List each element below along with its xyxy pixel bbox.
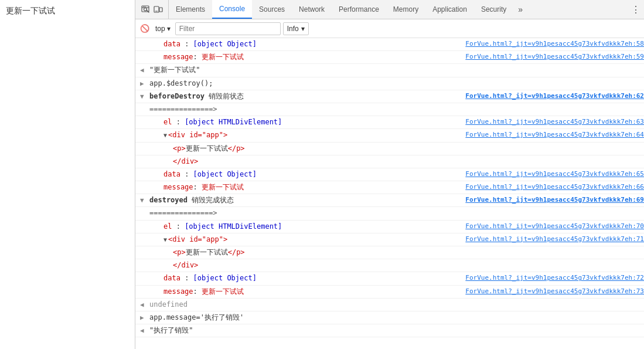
console-toolbar: 🚫 top ▾ Info ▾ bbox=[135, 19, 644, 38]
line-prefix bbox=[140, 39, 149, 39]
svg-point-3 bbox=[145, 6, 146, 8]
console-line: el : [object HTMLDivElement]ForVue.html?… bbox=[135, 116, 644, 129]
code-span: "执行了销毁" bbox=[149, 326, 193, 334]
code-span: data bbox=[163, 170, 180, 178]
clear-console-button[interactable]: 🚫 bbox=[139, 23, 151, 35]
tab-overflow-button[interactable]: » bbox=[513, 0, 527, 19]
line-prefix bbox=[140, 143, 149, 144]
line-prefix bbox=[140, 117, 149, 117]
tab-network[interactable]: Network bbox=[292, 0, 332, 19]
code-span: <div id="app"> bbox=[168, 131, 227, 139]
tab-performance[interactable]: Performance bbox=[332, 0, 386, 19]
tab-application[interactable]: Application bbox=[425, 0, 474, 19]
console-line: el : [object HTMLDivElement]ForVue.html?… bbox=[135, 221, 644, 233]
line-prefix bbox=[140, 156, 149, 157]
context-selector[interactable]: top ▾ bbox=[153, 23, 173, 34]
line-prefix bbox=[140, 247, 149, 248]
tabs-container: Elements Console Sources Network Perform… bbox=[169, 0, 628, 19]
console-line: data : [object Object]ForVue.html?_ijt=v… bbox=[135, 168, 644, 181]
source-link[interactable]: ForVue.html?_ijt=v9h1pesacc45g73vkfvdkkk… bbox=[461, 182, 644, 192]
line-content: message: 更新一下试试 bbox=[149, 182, 461, 193]
tab-console[interactable]: Console bbox=[212, 0, 252, 19]
console-line: data : [object Object]ForVue.html?_ijt=v… bbox=[135, 38, 644, 51]
source-link[interactable]: ForVue.html?_ijt=v9h1pesacc45g73vkfvdkkk… bbox=[461, 234, 644, 245]
source-link[interactable]: ForVue.html?_ijt=v9h1pesacc45g73vkfvdkkk… bbox=[461, 130, 644, 140]
line-content: app.$destroy(); bbox=[149, 78, 644, 89]
line-content: ▼<div id="app"> bbox=[149, 234, 461, 245]
code-span: beforeDestroy bbox=[149, 92, 209, 100]
console-line: message: 更新一下试试ForVue.html?_ijt=v9h1pesa… bbox=[135, 51, 644, 64]
line-content: data : [object Object] bbox=[149, 169, 461, 180]
code-span: 更新一下试试 bbox=[186, 248, 228, 256]
svg-rect-6 bbox=[159, 8, 162, 12]
line-prefix[interactable]: ◀ bbox=[140, 299, 149, 310]
code-span: destroyed bbox=[149, 196, 192, 204]
code-span: : bbox=[172, 222, 185, 231]
device-icon[interactable] bbox=[152, 3, 165, 16]
console-line: message: 更新一下试试ForVue.html?_ijt=v9h1pesa… bbox=[135, 181, 644, 194]
code-span: 更新一下试试 bbox=[202, 287, 244, 296]
filter-input[interactable] bbox=[175, 22, 281, 35]
console-line: data : [object Object]ForVue.html?_ijt=v… bbox=[135, 272, 644, 285]
code-span: [object Object] bbox=[193, 40, 257, 48]
console-line: ▼beforeDestroy 销毁前状态ForVue.html?_ijt=v9h… bbox=[135, 90, 644, 103]
console-line: ▼<div id="app">ForVue.html?_ijt=v9h1pesa… bbox=[135, 129, 644, 142]
source-link[interactable]: ForVue.html?_ijt=v9h1pesacc45g73vkfvdkkk… bbox=[461, 286, 644, 297]
line-prefix[interactable]: ◀ bbox=[140, 65, 149, 76]
code-span: 更新一下试试 bbox=[186, 144, 228, 153]
code-span: : bbox=[193, 183, 202, 191]
line-prefix[interactable]: ▼ bbox=[140, 91, 149, 102]
console-line: ▼<div id="app">ForVue.html?_ijt=v9h1pesa… bbox=[135, 233, 644, 246]
tab-bar: Elements Console Sources Network Perform… bbox=[135, 0, 644, 19]
log-level-selector[interactable]: Info ▾ bbox=[283, 22, 309, 35]
console-output: data : [object Object]ForVue.html?_ijt=v… bbox=[135, 38, 644, 349]
code-span: [object HTMLDivElement] bbox=[185, 118, 282, 126]
source-link[interactable]: ForVue.html?_ijt=v9h1pesacc45g73vkfvdkkk… bbox=[461, 39, 644, 49]
line-content: destroyed 销毁完成状态 bbox=[149, 195, 461, 206]
source-link[interactable]: ForVue.html?_ijt=v9h1pesacc45g73vkfvdkkk… bbox=[461, 52, 644, 62]
inspect-icon[interactable] bbox=[139, 3, 152, 16]
code-span: ===============> bbox=[149, 105, 217, 113]
code-span: message bbox=[163, 287, 193, 296]
tab-bar-icons bbox=[135, 0, 169, 19]
code-span: el bbox=[163, 222, 172, 231]
line-prefix[interactable]: ◀ bbox=[140, 325, 149, 336]
code-span: "更新一下试试" bbox=[149, 66, 200, 74]
source-link[interactable]: ForVue.html?_ijt=v9h1pesacc45g73vkfvdkkk… bbox=[461, 273, 644, 283]
code-span: : bbox=[180, 170, 193, 178]
tab-memory[interactable]: Memory bbox=[386, 0, 425, 19]
line-prefix bbox=[140, 286, 149, 287]
code-span: </p> bbox=[228, 144, 245, 153]
console-line: ▼destroyed 销毁完成状态ForVue.html?_ijt=v9h1pe… bbox=[135, 194, 644, 207]
source-link[interactable]: ForVue.html?_ijt=v9h1pesacc45g73vkfvdkkk… bbox=[461, 117, 644, 127]
devtools-menu-button[interactable]: ⋮ bbox=[628, 1, 644, 18]
line-content: app.message='执行了销毁' bbox=[149, 312, 644, 323]
console-line: ▶app.message='执行了销毁' bbox=[135, 311, 644, 324]
source-link[interactable]: ForVue.html?_ijt=v9h1pesacc45g73vkfvdkkk… bbox=[461, 221, 644, 232]
console-line: ===============> bbox=[135, 207, 644, 220]
line-content: el : [object HTMLDivElement] bbox=[149, 117, 461, 128]
line-prefix bbox=[140, 234, 149, 235]
code-span: <div id="app"> bbox=[168, 235, 227, 243]
line-content: undefined bbox=[149, 299, 644, 310]
code-span: data bbox=[163, 40, 180, 48]
code-span: </div> bbox=[173, 157, 198, 165]
line-prefix[interactable]: ▶ bbox=[140, 78, 149, 89]
source-link[interactable]: ForVue.html?_ijt=v9h1pesacc45g73vkfvdkkk… bbox=[461, 91, 644, 101]
line-content: <p>更新一下试试</p> bbox=[149, 143, 644, 154]
page-main-text: 更新一下试试 bbox=[6, 6, 55, 16]
console-line: ◀"更新一下试试" bbox=[135, 64, 644, 77]
tab-elements[interactable]: Elements bbox=[169, 0, 212, 19]
tab-security[interactable]: Security bbox=[474, 0, 513, 19]
source-link[interactable]: ForVue.html?_ijt=v9h1pesacc45g73vkfvdkkk… bbox=[461, 195, 644, 205]
line-content: "更新一下试试" bbox=[149, 65, 644, 76]
code-span: app.$destroy(); bbox=[149, 79, 213, 87]
console-line: message: 更新一下试试ForVue.html?_ijt=v9h1pesa… bbox=[135, 286, 644, 299]
line-content: ▼<div id="app"> bbox=[149, 130, 461, 141]
console-line: </div> bbox=[135, 155, 644, 168]
line-prefix[interactable]: ▶ bbox=[140, 312, 149, 323]
tab-sources[interactable]: Sources bbox=[252, 0, 292, 19]
source-link[interactable]: ForVue.html?_ijt=v9h1pesacc45g73vkfvdkkk… bbox=[461, 169, 644, 179]
line-prefix bbox=[140, 169, 149, 170]
line-prefix[interactable]: ▼ bbox=[140, 195, 149, 206]
